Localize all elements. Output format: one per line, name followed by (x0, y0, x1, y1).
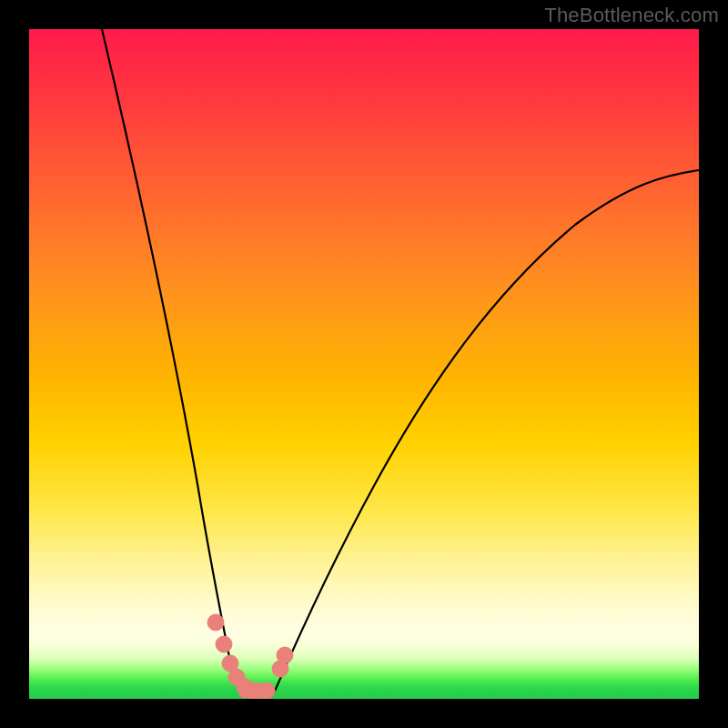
bottleneck-curve (29, 29, 699, 699)
curve-right-limb (273, 170, 699, 695)
chart-frame: TheBottleneck.com (0, 0, 728, 728)
curve-left-limb (102, 29, 243, 695)
trough-marker-group (207, 614, 293, 699)
watermark-text: TheBottleneck.com (544, 4, 719, 27)
trough-marker (277, 647, 293, 663)
trough-bar (238, 685, 275, 698)
trough-marker (216, 636, 232, 652)
trough-marker (207, 614, 224, 631)
plot-area (29, 29, 699, 699)
